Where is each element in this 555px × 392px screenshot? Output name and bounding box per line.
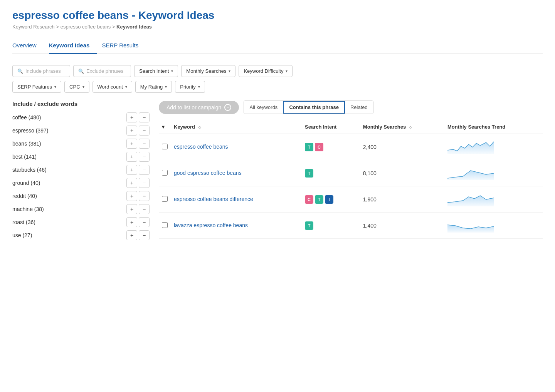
word-exclude-ground[interactable]: − — [139, 178, 150, 188]
serp-features-dropdown[interactable]: SERP Features ▾ — [12, 81, 61, 93]
row-checkbox-2[interactable] — [162, 170, 168, 176]
keyword-cell-3: espresso coffee beans difference — [171, 186, 302, 213]
include-phrases-input[interactable]: 🔍 Include phrases — [12, 65, 70, 77]
word-list: coffee (480) + − espresso (397) + − bean… — [12, 112, 150, 240]
search-intent-label: Search Intent — [139, 68, 169, 74]
breadcrumb-item-2[interactable]: espresso coffee beans — [61, 24, 111, 30]
table-header-row: ▾ Keyword ◇ Search Intent Monthly Search… — [159, 120, 543, 134]
tab-keyword-ideas[interactable]: Keyword Ideas — [49, 38, 98, 54]
word-item-beans: beans (381) + − — [12, 139, 150, 149]
my-rating-dropdown[interactable]: My Rating ▾ — [135, 81, 172, 93]
keyword-sort-icon[interactable]: ◇ — [198, 125, 201, 129]
table-row: lavazza espresso coffee beans T 1,400 — [159, 213, 543, 239]
badge-t: T — [315, 195, 323, 204]
word-item-espresso: espresso (397) + − — [12, 126, 150, 136]
cpc-dropdown[interactable]: CPC ▾ — [64, 81, 89, 93]
breadcrumb-item-1[interactable]: Keyword Research — [12, 24, 55, 30]
word-label-starbucks: starbucks (46) — [12, 167, 47, 173]
word-btns-use: + − — [126, 230, 150, 240]
monthly-value-4: 1,400 — [363, 223, 377, 229]
word-item-roast: roast (36) + − — [12, 217, 150, 227]
tab-serp-results[interactable]: SERP Results — [102, 38, 146, 54]
breadcrumb-sep-2: > — [112, 24, 116, 30]
monthly-searches-dropdown[interactable]: Monthly Searches ▾ — [181, 65, 235, 77]
col-monthly-label: Monthly Searches — [363, 124, 406, 130]
word-exclude-starbucks[interactable]: − — [139, 165, 150, 175]
trend-cell-3 — [444, 186, 543, 213]
word-exclude-coffee[interactable]: − — [139, 112, 150, 122]
word-btns-coffee: + − — [126, 112, 150, 122]
keyword-link-4[interactable]: lavazza espresso coffee beans — [174, 222, 248, 228]
word-count-dropdown[interactable]: Word count ▾ — [92, 81, 132, 93]
word-exclude-espresso[interactable]: − — [139, 126, 150, 136]
row-checkbox-3[interactable] — [162, 196, 168, 202]
word-include-reddit[interactable]: + — [126, 191, 137, 201]
row-checkbox-1[interactable] — [162, 144, 168, 149]
tab-related[interactable]: Related — [345, 101, 373, 114]
table-row: espresso coffee beans TC 2,400 — [159, 134, 543, 160]
word-include-espresso[interactable]: + — [126, 126, 137, 136]
word-exclude-best[interactable]: − — [139, 152, 150, 162]
row-checkbox-4[interactable] — [162, 222, 168, 228]
keyword-link-2[interactable]: good espresso coffee beans — [174, 170, 242, 176]
badge-t: T — [305, 221, 313, 230]
checkbox-cell-3 — [159, 186, 171, 213]
checkbox-cell-4 — [159, 213, 171, 239]
monthly-value-2: 8,100 — [363, 170, 377, 176]
word-include-coffee[interactable]: + — [126, 112, 137, 122]
intent-badges-1: TC — [305, 143, 357, 151]
word-label-best: best (141) — [12, 154, 37, 160]
priority-dropdown[interactable]: Priority ▾ — [175, 81, 205, 93]
word-exclude-reddit[interactable]: − — [139, 191, 150, 201]
filters-row-1: 🔍 Include phrases 🔍 Exclude phrases Sear… — [12, 65, 543, 77]
word-include-ground[interactable]: + — [126, 178, 137, 188]
word-btns-roast: + − — [126, 217, 150, 227]
keyword-link-3[interactable]: espresso coffee beans difference — [174, 196, 253, 202]
keyword-cell-2: good espresso coffee beans — [171, 160, 302, 186]
word-item-reddit: reddit (40) + − — [12, 191, 150, 201]
word-include-best[interactable]: + — [126, 152, 137, 162]
badge-c: C — [315, 143, 323, 151]
badge-i: I — [325, 195, 333, 204]
intent-cell-2: T — [302, 160, 360, 186]
tab-overview[interactable]: Overview — [12, 38, 44, 54]
col-trend: Monthly Searches Trend — [444, 120, 543, 134]
word-include-beans[interactable]: + — [126, 139, 137, 149]
filters-row-2: SERP Features ▾ CPC ▾ Word count ▾ My Ra… — [12, 81, 543, 93]
word-exclude-roast[interactable]: − — [139, 217, 150, 227]
monthly-cell-2: 8,100 — [360, 160, 444, 186]
trend-chart-4 — [447, 217, 494, 233]
word-item-starbucks: starbucks (46) + − — [12, 165, 150, 175]
add-to-list-button[interactable]: Add to list or campaign + — [159, 101, 239, 114]
word-exclude-beans[interactable]: − — [139, 139, 150, 149]
plus-circle-icon: + — [224, 104, 231, 111]
word-include-use[interactable]: + — [126, 230, 137, 240]
word-btns-reddit: + − — [126, 191, 150, 201]
keyword-difficulty-dropdown[interactable]: Keyword Difficulty ▾ — [239, 65, 293, 77]
monthly-searches-label: Monthly Searches — [186, 68, 226, 74]
add-to-list-label: Add to list or campaign — [166, 104, 221, 111]
word-include-machine[interactable]: + — [126, 204, 137, 214]
intent-badges-3: CTI — [305, 195, 357, 204]
word-include-starbucks[interactable]: + — [126, 165, 137, 175]
monthly-cell-3: 1,900 — [360, 186, 444, 213]
monthly-value-1: 2,400 — [363, 144, 377, 150]
word-exclude-machine[interactable]: − — [139, 204, 150, 214]
word-btns-beans: + − — [126, 139, 150, 149]
word-exclude-use[interactable]: − — [139, 230, 150, 240]
word-count-label: Word count — [98, 84, 123, 90]
monthly-sort-icon[interactable]: ◇ — [409, 125, 412, 129]
keyword-link-1[interactable]: espresso coffee beans — [174, 144, 228, 150]
page-title: espresso coffee beans - Keyword Ideas — [12, 9, 543, 22]
breadcrumb-item-3: Keyword Ideas — [116, 24, 152, 30]
table-row: good espresso coffee beans T 8,100 — [159, 160, 543, 186]
breadcrumb-sep-1: > — [56, 24, 60, 30]
tab-all-keywords[interactable]: All keywords — [244, 101, 283, 114]
word-label-espresso: espresso (397) — [12, 127, 48, 134]
word-include-roast[interactable]: + — [126, 217, 137, 227]
tab-contains-phrase[interactable]: Contains this phrase — [283, 101, 345, 114]
dropdown-arrow-icon[interactable]: ▾ — [162, 124, 165, 130]
search-intent-dropdown[interactable]: Search Intent ▾ — [134, 65, 178, 77]
exclude-phrases-input[interactable]: 🔍 Exclude phrases — [73, 65, 131, 77]
monthly-searches-caret: ▾ — [229, 69, 230, 73]
